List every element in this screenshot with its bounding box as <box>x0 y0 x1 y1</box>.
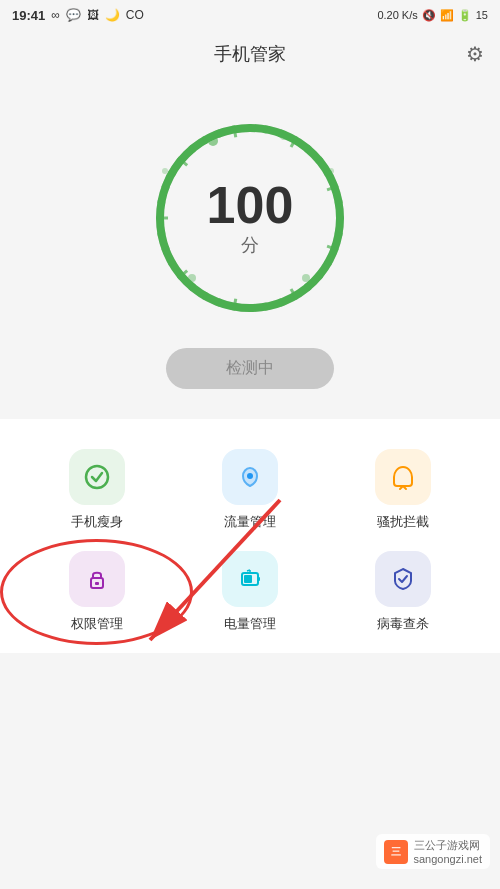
svg-line-19 <box>335 202 343 203</box>
battery-level: 15 <box>476 9 488 21</box>
score-value: 100 <box>207 179 294 231</box>
moon-icon: 🌙 <box>105 8 120 22</box>
svg-line-3 <box>157 202 165 203</box>
app-header: 手机管家 ⚙ <box>0 30 500 78</box>
battery-icon-item <box>222 551 278 607</box>
svg-line-10 <box>234 125 236 137</box>
grid-item-harass[interactable]: 骚扰拦截 <box>327 449 480 531</box>
watermark-icon: 三 <box>384 840 408 864</box>
main-content: 100 分 检测中 手机瘦身 <box>0 78 500 653</box>
svg-line-21 <box>335 233 343 234</box>
svg-line-12 <box>265 125 266 133</box>
image-icon: 🖼 <box>87 8 99 22</box>
svg-line-30 <box>234 299 236 311</box>
status-co: CO <box>126 8 144 22</box>
virus-icon <box>375 551 431 607</box>
status-bar: 19:41 ∞ 💬 🖼 🌙 CO 0.20 K/s 🔇 📶 🔋 15 <box>0 0 500 30</box>
harass-label: 骚扰拦截 <box>377 513 429 531</box>
grid-item-battery[interactable]: 电量管理 <box>173 551 326 633</box>
page-title: 手机管家 <box>214 42 286 66</box>
svg-rect-46 <box>244 575 252 583</box>
detect-button[interactable]: 检测中 <box>166 348 334 389</box>
watermark: 三 三公子游戏网sangongzi.net <box>376 834 491 869</box>
traffic-label: 流量管理 <box>224 513 276 531</box>
chat-icon: 💬 <box>66 8 81 22</box>
grid-item-phone-slim[interactable]: 手机瘦身 <box>20 449 173 531</box>
score-circle: 100 分 <box>140 108 360 328</box>
phone-slim-icon <box>69 449 125 505</box>
speed-text: 0.20 K/s <box>377 9 417 21</box>
svg-rect-45 <box>258 577 260 581</box>
svg-point-38 <box>86 466 108 488</box>
score-unit: 分 <box>207 233 294 257</box>
infinity-icon: ∞ <box>51 8 60 22</box>
svg-line-28 <box>265 303 266 311</box>
battery-label: 电量管理 <box>224 615 276 633</box>
score-display: 100 分 <box>207 179 294 257</box>
svg-line-37 <box>157 233 165 234</box>
traffic-icon <box>222 449 278 505</box>
permission-label: 权限管理 <box>71 615 123 633</box>
battery-icon: 🔋 <box>458 9 472 22</box>
feature-grid: 手机瘦身 流量管理 骚扰拦截 <box>0 419 500 653</box>
harass-icon <box>375 449 431 505</box>
grid-item-virus[interactable]: 病毒查杀 <box>327 551 480 633</box>
svg-rect-43 <box>95 582 99 585</box>
settings-button[interactable]: ⚙ <box>466 42 484 66</box>
virus-label: 病毒查杀 <box>377 615 429 633</box>
score-section: 100 分 检测中 <box>140 88 360 399</box>
grid-item-permission[interactable]: 权限管理 <box>20 551 173 633</box>
status-left: 19:41 ∞ 💬 🖼 🌙 CO <box>12 8 144 23</box>
grid-item-traffic[interactable]: 流量管理 <box>173 449 326 531</box>
status-right: 0.20 K/s 🔇 📶 🔋 15 <box>377 9 488 22</box>
watermark-text: 三公子游戏网sangongzi.net <box>414 838 483 865</box>
status-time: 19:41 <box>12 8 45 23</box>
svg-point-39 <box>247 473 253 479</box>
signal-icon: 📶 <box>440 9 454 22</box>
phone-slim-label: 手机瘦身 <box>71 513 123 531</box>
svg-rect-42 <box>91 578 103 588</box>
volume-icon: 🔇 <box>422 9 436 22</box>
svg-line-48 <box>247 570 250 571</box>
permission-icon <box>69 551 125 607</box>
